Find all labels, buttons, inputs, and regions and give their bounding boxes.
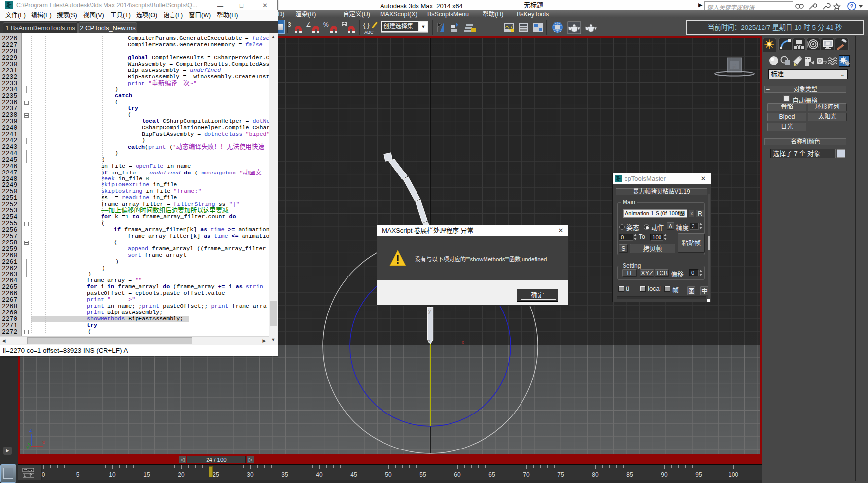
svg-text:x: x <box>42 439 45 445</box>
svg-text:z: z <box>29 427 32 433</box>
svg-text:∠: ∠ <box>306 21 311 28</box>
svg-text:3: 3 <box>288 21 291 28</box>
svg-text:{ }: { } <box>363 21 370 29</box>
svg-text:%: % <box>323 21 329 28</box>
svg-text:前: 前 <box>731 63 737 69</box>
svg-text:ABC: ABC <box>364 30 374 34</box>
svg-text:x: x <box>461 339 464 345</box>
svg-text:y: y <box>26 444 29 449</box>
svg-text:?: ? <box>850 3 854 9</box>
svg-text:y: y <box>428 308 431 314</box>
svg-text:z: z <box>428 338 431 344</box>
